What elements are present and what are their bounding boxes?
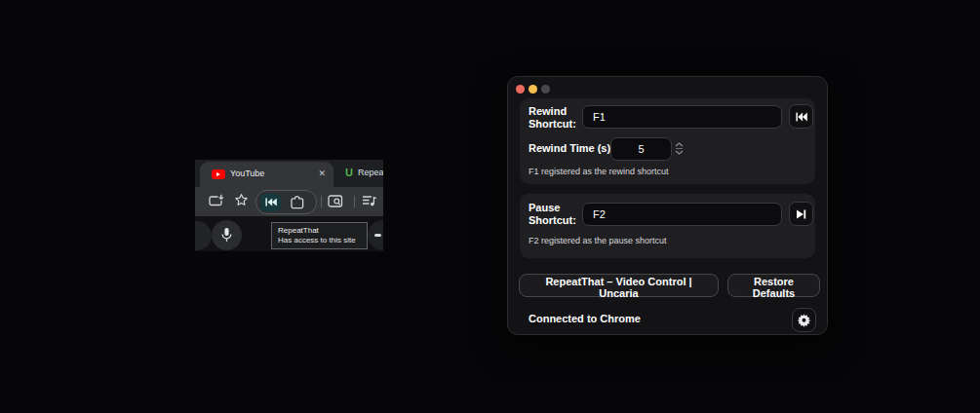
play-pause-icon xyxy=(796,209,806,219)
settings-button[interactable] xyxy=(792,308,816,332)
partial-button[interactable] xyxy=(195,221,212,250)
rewind-shortcut-input[interactable] xyxy=(582,105,782,129)
rewind-settings-card: Rewind Shortcut: Rewind Time (s): xyxy=(520,98,815,184)
minimize-window-button[interactable] xyxy=(529,85,537,94)
pause-status-text: F2 registered as the pause shortcut xyxy=(529,236,667,245)
youtube-icon xyxy=(212,169,225,179)
rewind-time-input[interactable] xyxy=(610,137,672,161)
tab-repeatthat[interactable]: Repea xyxy=(358,168,383,177)
close-icon[interactable]: ✕ xyxy=(318,169,326,179)
toolbar-divider xyxy=(321,196,322,207)
close-window-button[interactable] xyxy=(516,85,525,94)
connection-status-text: Connected to Chrome xyxy=(529,313,641,324)
more-icon xyxy=(374,234,381,237)
stepper-up-icon[interactable] xyxy=(675,142,684,147)
stepper-down-icon[interactable] xyxy=(675,150,684,155)
rewind-time-stepper[interactable] xyxy=(674,137,685,159)
tab-youtube[interactable]: YouTube ✕ xyxy=(200,162,333,187)
stepper-divider xyxy=(676,148,683,149)
tooltip-title: RepeatThat xyxy=(278,226,367,236)
extensions-pill xyxy=(255,190,317,214)
tab-title: YouTube xyxy=(230,169,264,178)
repeatthat-app-window: Rewind Shortcut: Rewind Time (s): xyxy=(507,76,828,335)
tab-strip: YouTube ✕ U Repea xyxy=(195,160,383,187)
tooltip-subtitle: Has access to this site xyxy=(278,236,367,245)
extension-access-tooltip: RepeatThat Has access to this site xyxy=(271,222,368,249)
zoom-window-button[interactable] xyxy=(541,85,550,94)
restore-defaults-button[interactable]: Restore Defaults xyxy=(727,274,820,297)
rewind-icon xyxy=(796,112,807,122)
save-to-device-icon[interactable] xyxy=(209,194,225,208)
extensions-icon[interactable] xyxy=(290,195,305,210)
pause-shortcut-input[interactable] xyxy=(582,203,782,226)
side-search-icon[interactable] xyxy=(328,195,343,208)
voice-search-button[interactable] xyxy=(212,220,242,250)
desktop-background: YouTube ✕ U Repea xyxy=(0,0,980,413)
pause-shortcut-label: Pause Shortcut: xyxy=(529,202,585,227)
rewind-extension-icon[interactable] xyxy=(260,194,281,211)
toolbar-divider xyxy=(354,196,355,207)
pause-test-button[interactable] xyxy=(789,202,813,226)
rewind-shortcut-label: Rewind Shortcut: xyxy=(529,105,585,131)
page-content-strip: RepeatThat Has access to this site xyxy=(195,216,383,251)
more-button[interactable] xyxy=(368,220,383,250)
bookmark-star-icon[interactable] xyxy=(234,193,249,207)
uncaria-icon: U xyxy=(345,167,353,178)
rewind-test-button[interactable] xyxy=(789,104,813,129)
app-title-button[interactable]: RepeatThat – Video Control | Uncaria xyxy=(519,274,719,297)
pause-settings-card: Pause Shortcut: F2 registered as the pau… xyxy=(520,194,815,258)
microphone-icon xyxy=(220,227,233,244)
playlist-icon[interactable] xyxy=(362,195,377,207)
browser-toolbar xyxy=(195,187,383,216)
browser-window-fragment: YouTube ✕ U Repea xyxy=(195,160,383,251)
rewind-status-text: F1 registered as the rewind shortcut xyxy=(529,167,669,176)
gear-icon xyxy=(797,313,811,327)
